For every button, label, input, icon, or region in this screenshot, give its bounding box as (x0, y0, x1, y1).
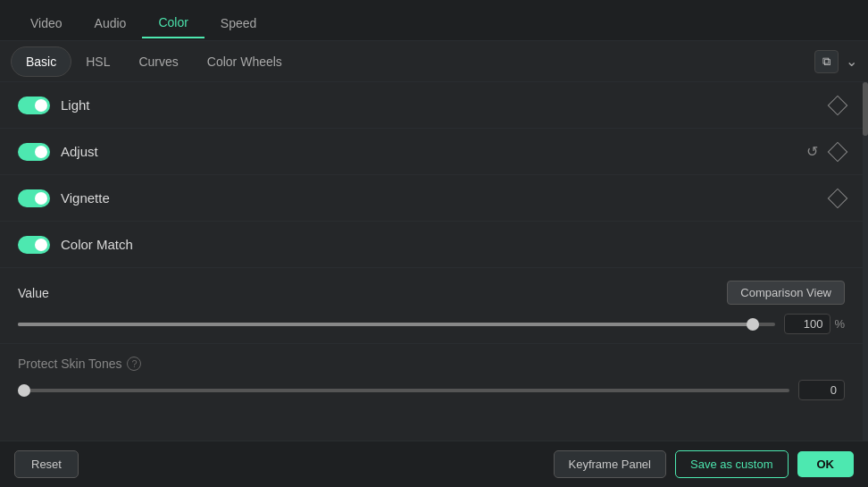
compare-icon-btn[interactable]: ⧉ (814, 50, 839, 73)
subtab-basic[interactable]: Basic (11, 46, 71, 77)
vignette-icons (830, 191, 845, 206)
subtab-colorwheels[interactable]: Color Wheels (193, 47, 296, 76)
top-tabs: Video Audio Color Speed (0, 0, 868, 41)
light-diamond-icon[interactable] (828, 95, 848, 115)
value-label: Value (18, 286, 49, 300)
light-row: Light (0, 82, 863, 129)
vignette-diamond-icon[interactable] (828, 188, 848, 208)
adjust-toggle[interactable] (18, 143, 50, 161)
vignette-toggle[interactable] (18, 189, 50, 207)
adjust-label: Adjust (61, 144, 803, 159)
subtab-hsl[interactable]: HSL (71, 47, 124, 76)
vignette-label: Vignette (61, 190, 830, 206)
light-label: Light (61, 97, 830, 113)
value-section: Value Comparison View 100 % (0, 268, 863, 344)
tab-color[interactable]: Color (142, 8, 204, 38)
tab-speed[interactable]: Speed (204, 9, 272, 38)
value-slider-thumb[interactable] (747, 318, 759, 331)
protect-help-icon[interactable]: ? (127, 357, 141, 371)
protect-label: Protect Skin Tones ? (18, 357, 845, 371)
protect-value-input[interactable]: 0 (798, 380, 845, 400)
tab-video[interactable]: Video (14, 9, 79, 38)
value-input[interactable]: 100 (784, 314, 830, 334)
sub-tabs-right: ⧉ ⌄ (814, 50, 857, 73)
compare-icon: ⧉ (822, 55, 830, 69)
subtab-curves[interactable]: Curves (124, 47, 192, 76)
keyframe-panel-button[interactable]: Keyframe Panel (554, 450, 667, 478)
bottom-right: Keyframe Panel Save as custom OK (554, 450, 855, 478)
ok-button[interactable]: OK (797, 451, 855, 477)
tab-audio[interactable]: Audio (79, 9, 143, 38)
main-content: Light Adjust ↺ Vignette Color Match (0, 82, 868, 441)
value-header: Value Comparison View (18, 281, 845, 305)
protect-slider-row: 0 (18, 380, 845, 400)
colormatch-row: Color Match (0, 222, 863, 268)
colormatch-label: Color Match (61, 237, 845, 252)
reset-button[interactable]: Reset (14, 450, 79, 478)
value-slider-row: 100 % (18, 314, 845, 334)
adjust-diamond-icon[interactable] (828, 141, 848, 162)
adjust-reset-icon[interactable]: ↺ (803, 141, 822, 162)
scroll-thumb[interactable] (863, 82, 868, 136)
value-unit: % (834, 317, 845, 331)
value-slider-track[interactable] (18, 323, 775, 326)
light-toggle[interactable] (18, 97, 50, 114)
vignette-row: Vignette (0, 175, 863, 222)
protect-label-text: Protect Skin Tones (18, 357, 121, 371)
value-slider-fill (18, 323, 753, 326)
adjust-icons: ↺ (803, 141, 845, 162)
save-custom-button[interactable]: Save as custom (675, 450, 789, 478)
adjust-row: Adjust ↺ (0, 129, 863, 175)
light-icons (830, 98, 845, 113)
sub-tabs: Basic HSL Curves Color Wheels ⧉ ⌄ (0, 41, 868, 82)
protect-section: Protect Skin Tones ? 0 (0, 344, 863, 409)
comparison-view-button[interactable]: Comparison View (727, 281, 845, 305)
colormatch-toggle[interactable] (18, 236, 50, 254)
scrollbar[interactable] (863, 82, 868, 441)
protect-slider-thumb[interactable] (18, 384, 30, 397)
bottom-bar: Reset Keyframe Panel Save as custom OK (0, 441, 868, 487)
chevron-down-btn[interactable]: ⌄ (846, 53, 857, 70)
protect-slider-track[interactable] (18, 389, 789, 392)
